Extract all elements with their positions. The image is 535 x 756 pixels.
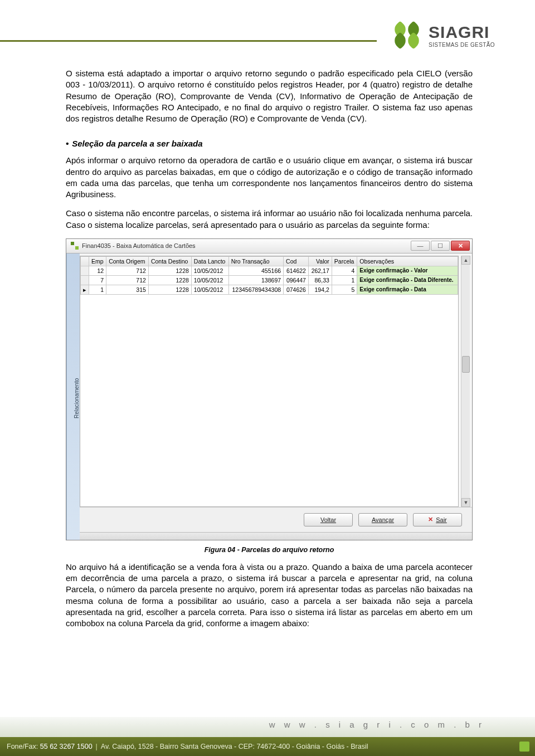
footer-phone-label: Fone/Fax:	[7, 743, 38, 750]
top-rule	[0, 40, 377, 42]
col-observacoes[interactable]: Observações	[357, 256, 458, 266]
scroll-up-icon[interactable]: ▲	[461, 256, 470, 265]
app-window: Finan4035 - Baixa Automática de Cartões …	[66, 238, 473, 540]
logo-mark-icon	[391, 19, 423, 51]
status-bar	[80, 532, 472, 540]
col-conta-origem[interactable]: Conta Origem	[106, 256, 149, 266]
col-parcela[interactable]: Parcela	[332, 256, 357, 266]
paragraph-3: Caso o sistema não encontre parcelas, o …	[66, 208, 473, 231]
scroll-down-icon[interactable]: ▼	[461, 498, 470, 507]
logo-brand: SIAGRI	[429, 23, 489, 42]
grid-empty-area	[80, 295, 458, 506]
col-valor[interactable]: Valor	[308, 256, 332, 266]
side-tab-relacionamento[interactable]: Relacionamento	[66, 253, 80, 540]
col-nro-transacao[interactable]: Nro Transação	[228, 256, 283, 266]
col-emp[interactable]: Emp	[89, 256, 106, 266]
scroll-thumb[interactable]	[462, 356, 470, 373]
grid-header-row: Emp Conta Origem Conta Destino Data Lanc…	[81, 256, 458, 266]
footer-address: Av. Caiapó, 1528 - Bairro Santa Genoveva…	[101, 743, 368, 750]
close-icon: ✕	[428, 516, 433, 523]
data-grid[interactable]: Emp Conta Origem Conta Destino Data Lanc…	[80, 256, 459, 507]
voltar-button[interactable]: Voltar	[304, 513, 353, 526]
table-row[interactable]: 7 712 1228 10/05/2012 138697 096447 86,3…	[81, 275, 458, 285]
app-icon	[71, 242, 79, 250]
button-bar: Voltar Avançar ✕Sair	[80, 507, 472, 532]
avancar-button[interactable]: Avançar	[358, 513, 407, 526]
table-row[interactable]: ▸ 1 315 1228 10/05/2012 123456789434308 …	[81, 285, 458, 294]
section-heading: Seleção da parcela a ser baixada	[66, 139, 473, 148]
logo-tagline: SISTEMAS DE GESTÃO	[429, 42, 495, 48]
footer-bar: Fone/Fax: 55 62 3267 1500 | Av. Caiapó, …	[0, 737, 535, 756]
footer-phone: 55 62 3267 1500	[40, 743, 93, 750]
footer-url: w w w . s i a g r i . c o m . b r	[269, 720, 485, 729]
paragraph-4: No arquivo há a identificação se a venda…	[66, 562, 473, 630]
brand-logo: SIAGRI SISTEMAS DE GESTÃO	[391, 19, 495, 51]
table-row[interactable]: 12 712 1228 10/05/2012 455166 614622 262…	[81, 266, 458, 275]
window-titlebar: Finan4035 - Baixa Automática de Cartões …	[66, 239, 472, 253]
paragraph-2: Após informar o arquivo retorno da opera…	[66, 155, 473, 200]
vertical-scrollbar[interactable]: ▲ ▼	[461, 256, 470, 507]
close-button[interactable]: ✕	[451, 241, 470, 251]
minimize-button[interactable]: —	[411, 241, 430, 251]
document-body: O sistema está adaptado a importar o arq…	[66, 68, 473, 637]
figure-caption: Figura 04 - Parcelas do arquivo retorno	[66, 546, 473, 554]
sair-button[interactable]: ✕Sair	[413, 513, 462, 526]
footer-square-icon	[519, 742, 529, 752]
col-data-lancto[interactable]: Data Lancto	[191, 256, 228, 266]
paragraph-1: O sistema está adaptado a importar o arq…	[66, 68, 473, 124]
maximize-button[interactable]: ☐	[431, 241, 450, 251]
col-cod[interactable]: Cod	[284, 256, 309, 266]
window-title: Finan4035 - Baixa Automática de Cartões	[82, 242, 196, 249]
col-conta-destino[interactable]: Conta Destino	[148, 256, 191, 266]
